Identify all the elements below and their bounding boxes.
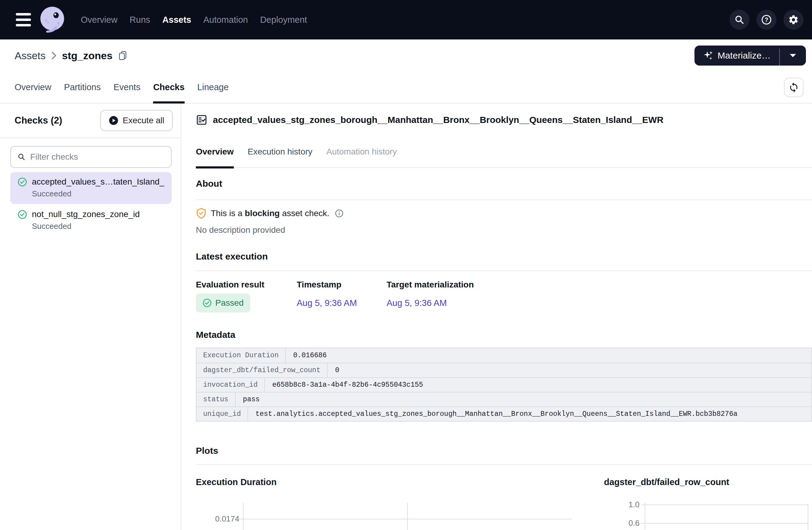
tab-overview[interactable]: Overview: [15, 72, 51, 103]
col-target-materialization: Target materialization: [387, 280, 812, 290]
no-description-text: No description provided: [196, 225, 812, 235]
filter-checks-field[interactable]: [10, 146, 172, 168]
sparkle-icon: [703, 50, 713, 61]
ytick-label: 0.0174: [196, 514, 239, 524]
materialize-button[interactable]: Materialize…: [695, 46, 779, 65]
nav-deployment[interactable]: Deployment: [260, 15, 307, 25]
check-success-icon: [203, 298, 212, 308]
materialize-split-button: Materialize…: [695, 46, 806, 65]
refresh-button[interactable]: [784, 78, 803, 97]
shield-check-icon: [196, 208, 206, 219]
col-evaluation-result: Evaluation result: [196, 280, 297, 290]
dagster-logo[interactable]: [38, 5, 67, 34]
gridline-vertical: [645, 503, 645, 530]
nav-assets[interactable]: Assets: [162, 15, 191, 25]
tab-events[interactable]: Events: [114, 72, 141, 103]
plots-heading: Plots: [196, 445, 812, 456]
tab-automation-history: Automation history: [327, 147, 397, 167]
search-icon: [18, 153, 26, 161]
target-materialization-link[interactable]: Aug 5, 9:36 AM: [387, 298, 447, 308]
page-title: stg_zones: [62, 50, 112, 62]
check-list-item-accepted-values[interactable]: accepted_values_s…taten_Island_ Succeede…: [10, 172, 172, 204]
info-icon[interactable]: [335, 209, 344, 218]
table-row: statuspass: [197, 392, 811, 407]
tab-check-overview[interactable]: Overview: [196, 147, 234, 167]
execute-all-button[interactable]: Execute all: [100, 110, 173, 131]
copy-icon[interactable]: [118, 50, 128, 61]
top-nav-actions: ?: [729, 10, 803, 30]
check-detail-tabs: Overview Execution history Automation hi…: [196, 147, 812, 168]
chart-title-failed-row-count: dagster_dbt/failed_row_count: [599, 477, 729, 487]
settings-button[interactable]: [783, 10, 803, 30]
col-timestamp: Timestamp: [297, 280, 387, 290]
tab-execution-history[interactable]: Execution history: [248, 147, 313, 167]
top-nav: Overview Runs Assets Automation Deployme…: [0, 0, 812, 40]
nav-overview[interactable]: Overview: [81, 15, 117, 25]
gridline-vertical: [808, 504, 808, 530]
passed-badge: Passed: [196, 294, 250, 312]
nav-runs[interactable]: Runs: [130, 15, 150, 25]
help-icon: ?: [761, 14, 772, 26]
breadcrumb: Assets stg_zones: [15, 50, 128, 62]
asset-tabs-bar: Overview Partitions Events Checks Lineag…: [0, 72, 812, 104]
check-status: Succeeded: [32, 222, 165, 231]
gear-icon: [788, 14, 799, 25]
gridline-horizontal: [641, 523, 808, 524]
ytick-label: 0.6: [621, 518, 639, 528]
search-icon: [734, 15, 744, 25]
timestamp-link[interactable]: Aug 5, 9:36 AM: [297, 298, 357, 308]
gridline-horizontal: [239, 519, 572, 519]
gridline-vertical: [243, 503, 244, 530]
check-detail-title: accepted_values_stg_zones_borough__Manha…: [213, 115, 664, 125]
ytick-label: 1.0: [621, 500, 639, 509]
svg-text:?: ?: [765, 16, 768, 23]
gridline-vertical: [407, 503, 408, 530]
check-list-item-not-null[interactable]: not_null_stg_zones_zone_id Succeeded: [10, 205, 172, 236]
chart-title-execution-duration: Execution Duration: [196, 477, 599, 487]
check-status: Succeeded: [32, 189, 165, 198]
checklist-icon: [196, 114, 207, 126]
check-name: not_null_stg_zones_zone_id: [32, 209, 140, 219]
table-row: unique_idtest.analytics.accepted_values_…: [197, 407, 811, 421]
section-divider: [196, 464, 812, 465]
check-success-icon: [18, 210, 27, 219]
table-row: invocation_ide658b8c8-3a1a-4b4f-82b6-4c9…: [197, 377, 811, 392]
about-heading: About: [196, 178, 812, 189]
materialize-dropdown-button[interactable]: [780, 46, 806, 65]
gridline-horizontal: [641, 504, 808, 505]
breadcrumb-assets-link[interactable]: Assets: [15, 50, 46, 62]
refresh-icon: [788, 82, 799, 93]
checks-sidebar: Checks (2) Execute all: [0, 104, 181, 530]
latest-execution-heading: Latest execution: [196, 251, 812, 262]
chevron-right-icon: [50, 51, 57, 60]
page-header: Assets stg_zones Materialize…: [0, 40, 812, 72]
tab-lineage[interactable]: Lineage: [198, 72, 229, 103]
help-button[interactable]: ?: [756, 10, 777, 30]
check-name: accepted_values_s…taten_Island_: [32, 177, 164, 187]
table-row: dagster_dbt/failed_row_count0: [197, 363, 811, 377]
check-success-icon: [18, 177, 27, 187]
section-divider: [196, 200, 812, 200]
play-circle-icon: [109, 116, 118, 126]
metadata-table: Execution Duration0.016686 dagster_dbt/f…: [196, 348, 812, 422]
tab-partitions[interactable]: Partitions: [64, 72, 101, 103]
check-detail-pane: accepted_values_stg_zones_borough__Manha…: [181, 104, 812, 530]
nav-automation[interactable]: Automation: [203, 15, 248, 25]
metadata-heading: Metadata: [196, 329, 812, 340]
filter-checks-input[interactable]: [30, 152, 164, 162]
caret-down-icon: [789, 53, 797, 58]
tab-checks[interactable]: Checks: [153, 72, 184, 103]
plots-area: 0.0174 1.0 0.6: [196, 487, 812, 530]
materialize-label: Materialize…: [717, 50, 771, 61]
checks-count-heading: Checks (2): [15, 115, 62, 126]
table-row: Execution Duration0.016686: [197, 348, 811, 363]
search-button[interactable]: [729, 10, 750, 30]
blocking-check-text: This is a blocking asset check.: [211, 208, 330, 218]
hamburger-menu-icon[interactable]: [16, 13, 31, 26]
top-nav-links: Overview Runs Assets Automation Deployme…: [81, 15, 307, 25]
